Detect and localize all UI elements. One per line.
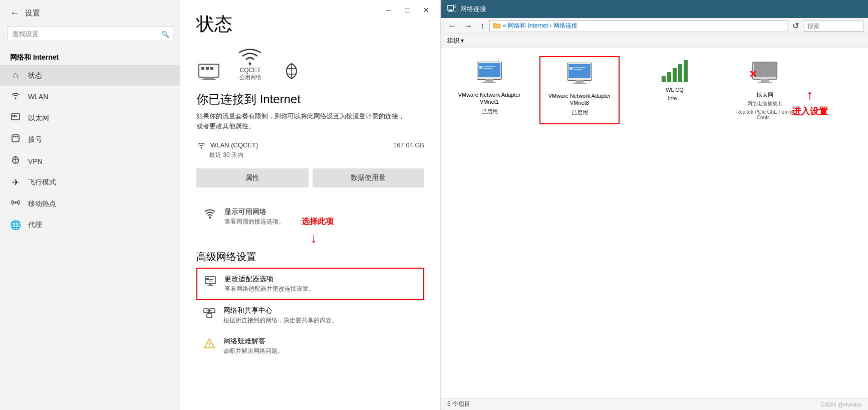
sharing-center-item[interactable]: 网络和共享中心 根据所连接到的网络，决定要共享的内容。: [196, 300, 424, 331]
show-networks-icon: [203, 208, 216, 224]
svg-point-9: [15, 201, 17, 203]
svg-point-0: [15, 98, 17, 99]
ethernet-status1: 网络电缆被拔出: [747, 100, 782, 107]
enter-settings-text: 进入设置: [792, 105, 828, 117]
svg-rect-38: [478, 63, 500, 77]
advanced-section-heading: 高级网络设置: [196, 250, 424, 264]
search-input[interactable]: [7, 27, 173, 41]
wlan-info-row: WLAN (CQCET) 167.04 GB: [196, 141, 424, 149]
show-networks-sub: 查看周围的接连选项。 选择此项: [224, 217, 334, 227]
svg-rect-14: [206, 67, 209, 70]
sharing-center-icon: [203, 307, 215, 321]
svg-rect-12: [201, 79, 216, 80]
svg-point-17: [201, 147, 202, 149]
status-nav-label: 状态: [28, 71, 42, 80]
sidebar-item-hotspot[interactable]: 移动热点: [0, 193, 180, 215]
svg-rect-15: [210, 67, 213, 70]
svg-rect-48: [568, 64, 591, 78]
nc-content: VMware Network Adapter VMnet1 已启用: [441, 48, 868, 398]
bar5: [684, 60, 688, 82]
close-button[interactable]: ✕: [420, 5, 432, 15]
troubleshoot-icon: [203, 338, 215, 351]
sidebar-item-status[interactable]: ⌂ 状态: [0, 65, 180, 86]
minimize-button[interactable]: ─: [383, 5, 394, 15]
hotspot-nav-icon: [10, 198, 21, 210]
organize-button[interactable]: 组织 ▾: [447, 37, 464, 45]
wl-wifi-bars: [662, 60, 688, 82]
svg-point-18: [209, 217, 211, 219]
nc-forward-button[interactable]: →: [461, 21, 475, 32]
nc-refresh-button[interactable]: ↺: [789, 20, 802, 32]
svg-rect-6: [13, 136, 15, 137]
bar2: [667, 72, 671, 82]
main-content: ─ □ ✕ 状态: [180, 0, 440, 410]
maximize-button[interactable]: □: [402, 5, 412, 15]
vmnet1-adapter[interactable]: VMware Network Adapter VMnet1 已启用: [449, 56, 529, 124]
airplane-nav-label: 飞行模式: [28, 178, 56, 187]
svg-rect-11: [204, 77, 214, 79]
hotspot-nav-label: 移动热点: [28, 199, 56, 209]
nc-statusbar: 5 个项目 CSDN @Hunaxy: [441, 398, 868, 410]
svg-rect-2: [13, 115, 14, 117]
wlan-nav-label: WLAN: [28, 93, 48, 101]
network-connections-panel: 网络连接 ← → ↑ « 网络和 Internet › 网络连接 ↺ 组织 ▾: [441, 0, 868, 410]
wl-icon-container: [662, 60, 688, 82]
vmnet8-status: 已启用: [571, 109, 588, 116]
sidebar-item-ethernet[interactable]: 以太网: [0, 107, 180, 129]
bar1: [662, 76, 666, 82]
wlan-nav-icon: [10, 91, 21, 102]
nc-up-button[interactable]: ↑: [477, 21, 487, 32]
svg-rect-5: [12, 135, 19, 142]
nc-item-count: 5 个项目: [447, 400, 470, 408]
nc-search-input[interactable]: [804, 21, 864, 32]
sidebar-item-proxy[interactable]: 🌐 代理: [0, 215, 180, 236]
show-networks-item[interactable]: 显示可用网络 查看周围的接连选项。 选择此项: [196, 202, 424, 232]
back-button[interactable]: ←: [10, 8, 19, 19]
nc-breadcrumb-text: « 网络和 Internet › 网络连接: [503, 22, 577, 30]
svg-rect-24: [209, 281, 212, 282]
window-controls: ─ □ ✕: [383, 5, 432, 15]
ethernet-disabled-x: ✕: [749, 68, 757, 80]
wifi-network-type: 公用网络: [239, 74, 261, 81]
svg-rect-31: [449, 10, 452, 11]
svg-rect-27: [207, 314, 212, 318]
dialup-nav-label: 拨号: [28, 135, 42, 144]
svg-rect-43: [483, 68, 492, 69]
vmnet8-name: VMware Network Adapter VMnet8: [544, 92, 615, 107]
data-usage-button[interactable]: 数据使用量: [313, 168, 425, 187]
troubleshoot-text: 网络疑难解答 诊断并解决网络问题。: [223, 337, 283, 355]
nc-back-button[interactable]: ←: [445, 21, 459, 32]
wl-name: WL CQ: [666, 86, 684, 93]
wlan-data-usage: 167.04 GB: [393, 141, 424, 149]
vmnet1-icon-container: [473, 60, 505, 87]
sidebar-item-dialup[interactable]: 拨号: [0, 129, 180, 150]
settings-panel: ← 设置 🔍 网络和 Internet ⌂ 状态: [0, 0, 441, 410]
wl-adapter[interactable]: WL CQ Inte...: [635, 56, 715, 124]
svg-point-29: [209, 346, 210, 347]
sidebar-item-vpn[interactable]: VPN: [0, 150, 180, 172]
ethernet-nav-label: 以太网: [28, 114, 49, 123]
svg-rect-8: [17, 136, 18, 137]
svg-rect-32: [448, 11, 453, 12]
svg-rect-22: [206, 278, 209, 280]
troubleshoot-item[interactable]: 网络疑难解答 诊断并解决网络问题。: [196, 331, 424, 361]
sidebar-item-airplane[interactable]: ✈ 飞行模式: [0, 172, 180, 193]
svg-rect-23: [209, 279, 213, 280]
change-adapter-item[interactable]: 更改适配器选项 查看网络适配器并更改连接设置。: [196, 268, 424, 300]
change-adapter-icon: [204, 276, 216, 289]
svg-rect-40: [482, 82, 496, 83]
bar3: [673, 68, 677, 82]
sidebar-title: 设置: [25, 9, 40, 18]
sidebar-nav: ⌂ 状态 WLAN 以太网: [0, 65, 180, 236]
ethernet-status2: Realtek PCIe GbE Family Contr...: [732, 109, 797, 120]
svg-rect-49: [575, 80, 584, 83]
action-buttons-row: 属性 数据使用量: [196, 168, 424, 187]
proxy-nav-icon: 🌐: [10, 220, 21, 231]
status-nav-icon: ⌂: [10, 70, 21, 81]
sidebar-header: ← 设置: [0, 0, 180, 27]
svg-rect-50: [572, 83, 587, 84]
sidebar-item-wlan[interactable]: WLAN: [0, 86, 180, 107]
vmnet8-adapter[interactable]: VMware Network Adapter VMnet8 已启用: [539, 56, 620, 124]
properties-button[interactable]: 属性: [196, 168, 309, 187]
svg-rect-41: [479, 66, 482, 69]
